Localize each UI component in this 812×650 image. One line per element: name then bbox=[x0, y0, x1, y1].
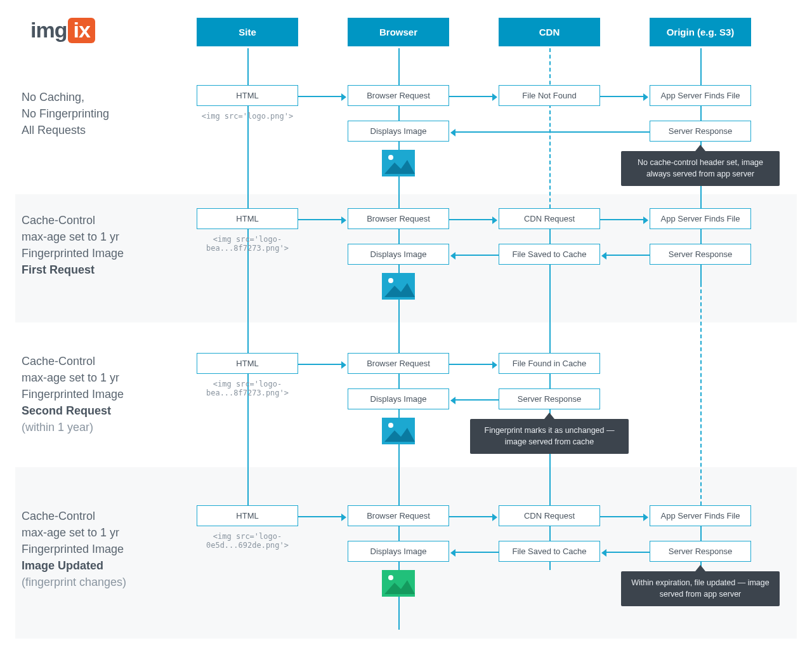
row1-origin-find: App Server Finds File bbox=[650, 85, 751, 106]
row4-browser-disp: Displays Image bbox=[348, 541, 449, 562]
row4-label-l3: Fingerprinted Image bbox=[22, 541, 126, 557]
row4-tooltip: Within expiration, file updated — image … bbox=[621, 571, 780, 606]
row3-arr-browser-cdn bbox=[449, 364, 492, 365]
row2-code: <img src='logo-bea...8f7273.png'> bbox=[178, 235, 317, 253]
row3-label-l3: Fingerprinted Image bbox=[22, 386, 124, 402]
imgix-logo: imgix bbox=[30, 18, 95, 43]
row4-arr-cdn-browser bbox=[455, 552, 499, 553]
row2-label-l3: Fingerprinted Image bbox=[22, 245, 124, 262]
row4-arr-origin-cdn bbox=[606, 552, 650, 553]
row1-label: No Caching, No Fingerprinting All Reques… bbox=[22, 89, 109, 138]
col-header-origin: Origin (e.g. S3) bbox=[650, 18, 751, 46]
row4-label: Cache-Control max-age set to 1 yr Finger… bbox=[22, 508, 126, 590]
row4-label-l2: max-age set to 1 yr bbox=[22, 524, 126, 541]
row2-label-bold: First Request bbox=[22, 262, 124, 278]
row3-cdn-resp: Server Response bbox=[499, 388, 600, 409]
row3-label-l1: Cache-Control bbox=[22, 353, 124, 369]
row3-label: Cache-Control max-age set to 1 yr Finger… bbox=[22, 353, 124, 435]
row4-label-l1: Cache-Control bbox=[22, 508, 126, 524]
row3-image-icon bbox=[382, 418, 415, 444]
row1-label-l3: All Requests bbox=[22, 122, 109, 138]
row1-image-icon bbox=[382, 150, 415, 176]
row1-code: <img src='logo.png'> bbox=[178, 112, 317, 121]
row3-arr-site-browser bbox=[298, 364, 341, 365]
row1-browser-disp: Displays Image bbox=[348, 121, 449, 142]
row2-image-icon bbox=[382, 273, 415, 300]
row2-cdn-saved: File Saved to Cache bbox=[499, 244, 600, 265]
row4-cdn-saved: File Saved to Cache bbox=[499, 541, 600, 562]
diagram-canvas: imgix Site Browser CDN Origin (e.g. S3) … bbox=[0, 0, 812, 650]
row3-code: <img src='logo-bea...8f7273.png'> bbox=[178, 380, 317, 397]
row1-label-l2: No Fingerprinting bbox=[22, 105, 109, 122]
row3-site-html: HTML bbox=[197, 353, 298, 374]
logo-text: img bbox=[30, 18, 67, 42]
row1-arr-resp-browser bbox=[455, 131, 650, 133]
row2-label: Cache-Control max-age set to 1 yr Finger… bbox=[22, 212, 124, 278]
svg-point-10 bbox=[388, 575, 393, 580]
row1-cdn-notfound: File Not Found bbox=[499, 85, 600, 106]
row1-origin-resp: Server Response bbox=[650, 121, 751, 142]
col-header-site: Site bbox=[197, 18, 298, 46]
row1-tooltip: No cache-control header set, image alway… bbox=[621, 151, 780, 186]
row4-origin-find: App Server Finds File bbox=[650, 505, 751, 526]
row2-arr-cdn-origin bbox=[600, 219, 643, 220]
row2-arr-browser-cdn bbox=[449, 219, 492, 220]
row4-origin-resp: Server Response bbox=[650, 541, 751, 562]
svg-point-4 bbox=[388, 278, 393, 283]
row2-arr-site-browser bbox=[298, 219, 341, 220]
row1-label-l1: No Caching, bbox=[22, 89, 109, 105]
row1-arr-browser-cdn bbox=[449, 96, 492, 97]
row4-browser-req: Browser Request bbox=[348, 505, 449, 526]
row2-label-l1: Cache-Control bbox=[22, 212, 124, 229]
row3-browser-disp: Displays Image bbox=[348, 388, 449, 409]
row2-origin-find: App Server Finds File bbox=[650, 208, 751, 229]
row3-label-bold: Second Request bbox=[22, 402, 124, 419]
row2-cdn-req: CDN Request bbox=[499, 208, 600, 229]
row2-browser-req: Browser Request bbox=[348, 208, 449, 229]
row2-arr-cdn-browser bbox=[455, 255, 499, 256]
row1-arr-site-browser bbox=[298, 96, 341, 97]
row2-label-l2: max-age set to 1 yr bbox=[22, 229, 124, 245]
row1-browser-req: Browser Request bbox=[348, 85, 449, 106]
row2-browser-disp: Displays Image bbox=[348, 244, 449, 265]
row3-label-l2: max-age set to 1 yr bbox=[22, 369, 124, 386]
row4-arr-cdn-origin bbox=[600, 516, 643, 517]
row4-image-icon bbox=[382, 570, 415, 597]
row4-label-bold: Image Updated bbox=[22, 557, 126, 574]
col-header-browser: Browser bbox=[348, 18, 449, 46]
row3-arr-cdn-browser bbox=[455, 399, 499, 401]
row2-arr-origin-cdn bbox=[606, 255, 650, 256]
vline-cdn-b bbox=[549, 104, 551, 208]
row4-arr-browser-cdn bbox=[449, 516, 492, 517]
row4-code: <img src='logo-0e5d...692de.png'> bbox=[178, 532, 317, 550]
row3-tooltip: Fingerprint marks it as unchanged — imag… bbox=[470, 419, 629, 454]
svg-point-7 bbox=[388, 423, 393, 428]
col-header-cdn: CDN bbox=[499, 18, 600, 46]
row4-site-html: HTML bbox=[197, 505, 298, 526]
row1-site-html: HTML bbox=[197, 85, 298, 106]
row4-cdn-req: CDN Request bbox=[499, 505, 600, 526]
svg-point-1 bbox=[388, 155, 393, 160]
row3-label-light: (within 1 year) bbox=[22, 419, 124, 435]
logo-badge: ix bbox=[68, 18, 95, 43]
row3-browser-req: Browser Request bbox=[348, 353, 449, 374]
row4-arr-site-browser bbox=[298, 516, 341, 517]
row3-cdn-found: File Found in Cache bbox=[499, 353, 600, 374]
vline-origin-b bbox=[700, 283, 702, 505]
row2-site-html: HTML bbox=[197, 208, 298, 229]
row2-origin-resp: Server Response bbox=[650, 244, 751, 265]
row4-label-light: (fingerprint changes) bbox=[22, 574, 126, 590]
row1-arr-cdn-origin bbox=[600, 96, 643, 97]
